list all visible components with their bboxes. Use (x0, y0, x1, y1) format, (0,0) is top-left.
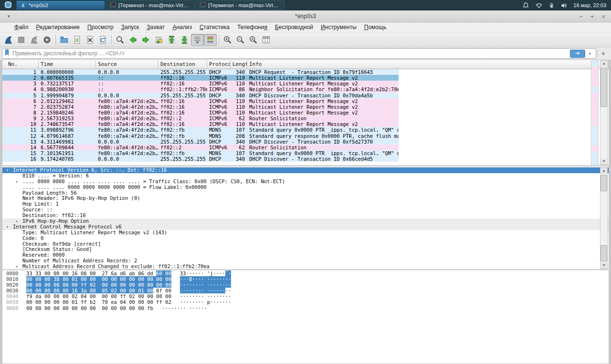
menu-11[interactable]: Помощь (360, 23, 390, 31)
detail-row[interactable]: Hop Limit: 1 (2, 201, 609, 207)
menu-9[interactable]: Беспроводной (271, 23, 317, 31)
menu-1[interactable]: Файл (11, 23, 32, 31)
menu-8[interactable]: Телефония (233, 23, 271, 31)
column-header-protocol[interactable]: Protocol (207, 60, 231, 69)
detail-row[interactable]: 0110 .... = Version: 6 (2, 173, 609, 179)
taskbar-window-button-3[interactable]: [Терминал - max@max-Virt… (196, 0, 284, 10)
column-header-destination[interactable]: Destination (158, 60, 207, 69)
bell-icon[interactable] (522, 2, 529, 9)
menu-3[interactable]: Просмотр (84, 23, 117, 31)
zoom-out-button[interactable] (234, 34, 247, 46)
packet-row[interactable]: 124.079614687fe80::a7a4:4f2d:e2b…ff02::f… (2, 133, 399, 139)
detail-row[interactable]: Next Header: IPv6 Hop-by-Hop Option (0) (2, 196, 609, 201)
resize-columns-button[interactable] (260, 34, 273, 46)
save-file-button[interactable] (71, 34, 84, 46)
menu-6[interactable]: Анализ (169, 23, 196, 31)
detail-row[interactable]: Destination: ff02::16 (2, 213, 609, 218)
column-header-info[interactable]: Info (247, 60, 609, 69)
hex-row[interactable]: 000033 33 00 00 00 16 08 00 27 6a d6 ab … (2, 270, 609, 276)
detail-row[interactable]: ▾Internet Control Message Protocol v6 (2, 224, 609, 230)
hex-row[interactable]: 0040f9 da 00 00 00 02 04 00 00 00 ff 02 … (2, 293, 609, 299)
go-to-packet-button[interactable] (152, 34, 165, 46)
start-capture-button[interactable] (2, 34, 15, 46)
taskbar-window-button-2[interactable]: [Терминал - max@max-Virt… (106, 0, 195, 10)
packet-row[interactable]: 10.0000000000.0.0.0255.255.255.255DHCP34… (2, 69, 399, 75)
menu-5[interactable]: Захват (143, 23, 169, 31)
hex-row[interactable]: 006000 00 00 00 00 00 00 00 00 00 00 00 … (2, 305, 609, 311)
detail-row[interactable]: [Checksum Status: Good] (2, 247, 609, 252)
scroll-down-arrow[interactable]: ▼ (600, 262, 607, 269)
volume-icon[interactable] (560, 2, 568, 9)
close-button[interactable]: × (601, 13, 605, 20)
find-packet-button[interactable] (114, 34, 126, 46)
battery-icon[interactable] (548, 2, 555, 9)
restart-capture-button[interactable] (28, 34, 41, 46)
scroll-up-arrow[interactable]: ▲ (600, 61, 607, 67)
scrollbar-thumb[interactable] (600, 68, 607, 107)
column-header-no[interactable]: No. (2, 60, 39, 69)
packet-row[interactable]: 62.012129462fe80::a7a4:4f2d:e2b…ff02::16… (2, 98, 399, 104)
filter-dropdown-caret[interactable]: ▾ (589, 52, 591, 56)
go-back-button[interactable] (126, 34, 139, 46)
close-file-button[interactable] (84, 34, 96, 46)
maximize-button[interactable]: + (590, 13, 594, 20)
detail-row[interactable]: .... .... .... 0000 0000 0000 0000 0000 … (2, 185, 609, 190)
packet-list-minimap[interactable] (591, 60, 599, 165)
packet-row[interactable]: 146.567709844fe80::a7a4:4f2d:e2b…ff02::2… (2, 145, 399, 150)
go-forward-button[interactable] (139, 34, 152, 46)
packet-row[interactable]: 169.1742407050.0.0.0255.255.255.255DHCP3… (2, 156, 399, 162)
reload-file-button[interactable] (96, 34, 109, 46)
column-header-time[interactable]: Time (39, 60, 96, 69)
hex-row[interactable]: 001000 00 00 38 00 01 00 00 00 00 00 00 … (2, 276, 609, 282)
packet-row[interactable]: 40.988200930::ff02::1:ffb2:70eaICMPv686N… (2, 86, 399, 92)
column-header-length[interactable]: Length (231, 60, 247, 69)
packet-row[interactable]: 157.101361951fe80::a7a4:4f2d:e2b…ff02::f… (2, 150, 399, 156)
detail-row[interactable]: Type: Multicast Listener Report Message … (2, 230, 609, 236)
detail-row[interactable]: ▸.... 0000 0000 .... .... .... .... ....… (2, 179, 609, 185)
packet-row[interactable]: 134.3114699810.0.0.0255.255.255.255DHCP3… (2, 139, 399, 145)
detail-row[interactable]: Source: :: (2, 207, 609, 213)
auto-scroll-button[interactable] (191, 34, 204, 46)
clock[interactable]: 16 мар, 22:03 (573, 2, 606, 8)
details-scrollbar[interactable]: ▲ ▼ (600, 167, 608, 269)
go-last-button[interactable] (178, 34, 191, 46)
hex-row[interactable]: 005000 00 00 00 00 01 ff b2 70 ea 04 00 … (2, 299, 609, 305)
packet-row[interactable]: 92.567319253fe80::a7a4:4f2d:e2b…ff02::2I… (2, 115, 399, 121)
go-first-button[interactable] (165, 34, 178, 46)
add-filter-button[interactable]: + (597, 50, 609, 57)
scroll-down-arrow[interactable]: ▼ (600, 158, 607, 165)
packet-row[interactable]: 72.023752874fe80::a7a4:4f2d:e2b…ff02::16… (2, 104, 399, 110)
hex-row[interactable]: 003000 00 00 00 00 16 3a 00 05 02 00 00 … (2, 288, 609, 293)
packet-row[interactable]: 113.098892796fe80::a7a4:4f2d:e2b…ff02::f… (2, 127, 399, 133)
stop-capture-button[interactable] (15, 34, 28, 46)
packet-row[interactable]: 20.007665335::ff02::16ICMPv6110Multicast… (2, 75, 399, 81)
applications-menu-button[interactable] (0, 0, 16, 10)
network-icon[interactable] (535, 2, 543, 9)
minimize-button[interactable]: − (579, 13, 583, 20)
packet-list-scrollbar[interactable]: ▲ ▼ (600, 60, 608, 165)
taskbar-window-button-1[interactable]: *enp0s3 (16, 0, 105, 10)
zoom-original-button[interactable] (247, 34, 260, 46)
packet-row[interactable]: 30.732137517::ff02::16ICMPv6110Multicast… (2, 81, 399, 86)
zoom-in-button[interactable] (221, 34, 234, 46)
scroll-up-arrow[interactable]: ▲ (600, 168, 607, 174)
detail-row[interactable]: Code: 0 (2, 236, 609, 241)
menu-7[interactable]: Статистика (196, 23, 233, 31)
hex-row[interactable]: 002000 00 00 00 00 00 ff 02 00 00 00 00 … (2, 282, 609, 288)
menu-2[interactable]: Редактирование (32, 23, 84, 31)
detail-row[interactable]: ▾Internet Protocol Version 6, Src: ::, D… (2, 167, 609, 173)
menu-4[interactable]: Запуск (117, 23, 143, 31)
scrollbar-thumb[interactable] (600, 175, 607, 191)
menu-10[interactable]: Инструменты (317, 23, 360, 31)
colorize-button[interactable] (204, 34, 217, 46)
capture-options-button[interactable] (41, 34, 53, 46)
window-menu-arrow[interactable]: ▾ (8, 14, 10, 19)
detail-row[interactable]: Checksum: 0xf9da [correct] (2, 241, 609, 247)
packet-row[interactable]: 102.748673547fe80::a7a4:4f2d:e2b…ff02::1… (2, 121, 399, 127)
detail-row[interactable]: ▸Multicast Address Record Changed to exc… (2, 264, 609, 270)
hex-bytes-pane[interactable]: 000033 33 00 00 00 16 08 00 27 6a d6 ab … (2, 270, 609, 364)
apply-filter-button[interactable]: ➔ (570, 50, 585, 58)
open-file-button[interactable] (58, 34, 71, 46)
scrollbar-block[interactable] (600, 245, 607, 261)
display-filter-input[interactable] (11, 50, 568, 57)
